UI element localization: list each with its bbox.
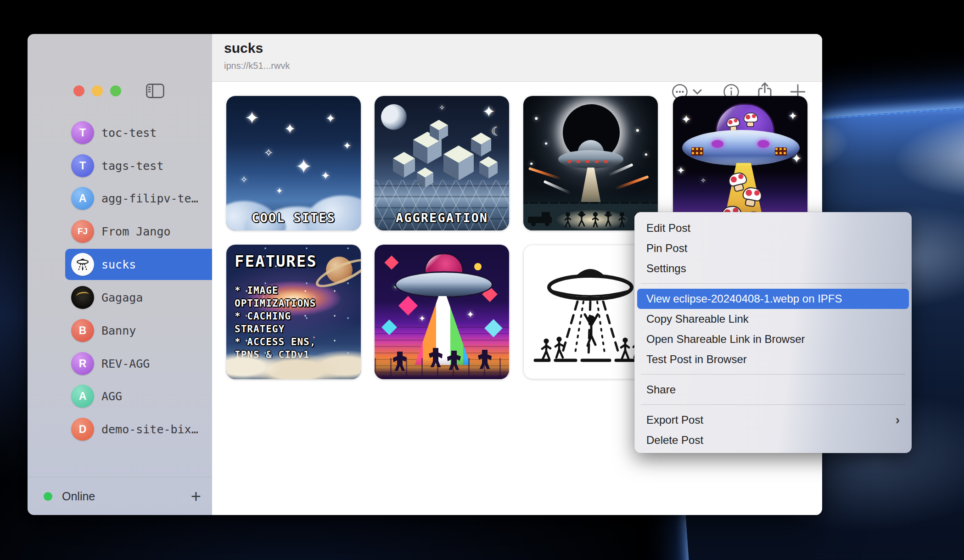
post-thumbnail-cool-sites[interactable]: ✦ ✦ ✦ ✦ ✧ ✦ ✧ ✦ ✦ COOL SITES <box>226 96 361 230</box>
sidebar-item-label: demo-site-bix… <box>101 423 198 436</box>
sidebar-item-rev-agg[interactable]: R REV-AGG <box>65 348 230 379</box>
sidebar-item-toc-test[interactable]: T toc-test <box>65 117 230 148</box>
sidebar-item-label: Gagaga <box>101 291 143 304</box>
page-title: sucks <box>224 40 263 56</box>
menu-item-edit-post[interactable]: Edit Post <box>637 218 909 238</box>
avatar: R <box>71 352 94 375</box>
menu-item-view-on-ipfs-highlighted[interactable]: View eclipse-20240408-1.webp on IPFS <box>637 289 909 309</box>
menu-item-settings[interactable]: Settings <box>637 258 909 279</box>
add-site-button[interactable]: + <box>191 487 201 505</box>
menu-item-pin-post[interactable]: Pin Post <box>637 238 909 258</box>
ufo-avatar <box>71 253 94 276</box>
toggle-sidebar-icon[interactable] <box>146 84 164 98</box>
avatar: A <box>71 385 94 408</box>
online-status-label: Online <box>62 490 95 503</box>
sidebar-item-agg-filipv[interactable]: A agg-filipv-te… <box>65 183 230 214</box>
avatar: T <box>71 121 94 144</box>
menu-separator <box>641 374 905 375</box>
menu-item-test-post-in-browser[interactable]: Test Post in Browser <box>637 349 909 370</box>
sidebar-item-label: AGG <box>101 390 122 403</box>
sidebar-item-banny[interactable]: B Banny <box>65 315 230 346</box>
screen: T toc-test T tags-test A agg-filipv-te… … <box>0 0 964 560</box>
post-thumbnail-aggregation[interactable]: ✦ ☾ ✧ AGGREGATION <box>375 96 509 230</box>
sidebar-item-demo-site[interactable]: D demo-site-bix… <box>65 414 230 445</box>
post-thumbnail-features[interactable]: FEATURES * IMAGE OPTIMIZATIONS * CACHING… <box>226 245 361 379</box>
sidebar-item-from-jango[interactable]: FJ From Jango <box>65 216 230 247</box>
menu-separator <box>641 404 905 405</box>
context-menu: Edit Post Pin Post Settings View eclipse… <box>634 212 912 453</box>
sidebar-item-label: agg-filipv-te… <box>101 192 198 205</box>
post-thumbnail-rainbow-ufo[interactable]: ✦ ✦ ✦ <box>375 245 509 379</box>
sidebar-item-label: From Jango <box>101 225 171 238</box>
avatar: D <box>71 418 94 441</box>
menu-item-export-post[interactable]: Export Post › <box>637 410 909 430</box>
page-subtitle-ipns: ipns://k51...rwvk <box>224 61 290 71</box>
saturn-graphic <box>326 257 353 283</box>
close-window-button[interactable] <box>73 85 84 96</box>
avatar: B <box>71 319 94 342</box>
sidebar-footer: Online + <box>28 477 212 515</box>
sidebar-item-label: Banny <box>101 324 136 337</box>
sidebar-item-gagaga[interactable]: Gagaga <box>65 282 230 313</box>
zoom-window-button[interactable] <box>110 85 121 96</box>
post-image-title: FEATURES <box>235 252 317 270</box>
menu-item-share[interactable]: Share <box>637 380 909 400</box>
sidebar-item-sucks-selected[interactable]: sucks <box>65 249 230 280</box>
avatar <box>71 286 94 309</box>
post-image-caption: COOL SITES <box>226 211 361 225</box>
window-controls <box>73 85 121 96</box>
sidebar: T toc-test T tags-test A agg-filipv-te… … <box>28 34 212 515</box>
minimize-window-button[interactable] <box>92 85 103 96</box>
sidebar-item-label: toc-test <box>101 126 157 140</box>
content-header: sucks ipns://k51...rwvk <box>212 34 822 82</box>
menu-item-delete-post[interactable]: Delete Post <box>637 430 909 450</box>
avatar: A <box>71 187 94 210</box>
post-thumbnail-toad-ufo[interactable]: ✦ ✦ ✦ ✦ ✧ <box>673 96 807 230</box>
menu-separator <box>641 283 905 284</box>
avatar: T <box>71 154 94 177</box>
moon-graphic <box>381 104 407 130</box>
sidebar-item-label: sucks <box>101 258 136 271</box>
submenu-chevron-icon: › <box>896 414 900 426</box>
sidebar-item-agg[interactable]: A AGG <box>65 381 230 412</box>
sidebar-item-tags-test[interactable]: T tags-test <box>65 150 230 181</box>
avatar: FJ <box>71 220 94 243</box>
post-image-caption: AGGREGATION <box>375 211 509 225</box>
menu-item-open-shareable-link[interactable]: Open Shareable Link in Browser <box>637 329 909 349</box>
menu-item-copy-shareable-link[interactable]: Copy Shareable Link <box>637 309 909 329</box>
online-status-dot <box>44 492 52 501</box>
sidebar-item-label: tags-test <box>101 159 163 173</box>
sidebar-item-label: REV-AGG <box>101 357 150 370</box>
post-thumbnail-eclipse[interactable]: ● ● ● ● ● <box>523 96 658 230</box>
